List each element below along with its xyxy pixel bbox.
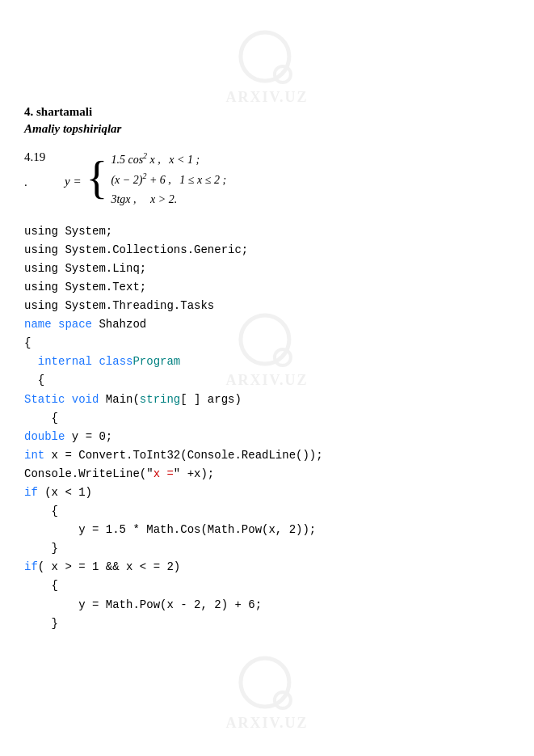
code-line-16: {: [24, 502, 510, 521]
code-line-6: name space Shahzod: [24, 315, 510, 334]
code-line-22: }: [24, 615, 510, 633]
code-line-21: y = Math.Pow(x - 2, 2) + 6;: [24, 596, 510, 615]
code-block: using System; using System.Collections.G…: [24, 222, 510, 633]
formula-equation: y = { 1.5 cos2 x , x < 1 ; (x − 2)2 + 6 …: [65, 147, 226, 209]
svg-point-1: [275, 66, 291, 82]
code-line-7: {: [24, 334, 510, 353]
code-line-3: using System.Linq;: [24, 260, 510, 278]
code-line-9: {: [24, 371, 510, 390]
svg-point-4: [241, 658, 289, 707]
code-line-2: using System.Collections.Generic;: [24, 241, 510, 260]
case-line-1: 1.5 cos2 x , x < 1 ;: [111, 149, 226, 169]
code-line-17: y = 1.5 * Math.Cos(Math.Pow(x, 2));: [24, 521, 510, 539]
code-line-13: int x = Convert.ToInt32(Console.ReadLine…: [24, 446, 510, 465]
code-line-20: {: [24, 577, 510, 595]
code-line-10: Static void Main(string[ ] args): [24, 391, 510, 409]
code-line-11: {: [24, 409, 510, 428]
case-line-2: (x − 2)2 + 6 , 1 ≤ x ≤ 2 ;: [111, 169, 226, 189]
watermark-bottom: ARXIV.UZ: [225, 650, 308, 732]
code-line-12: double y = 0;: [24, 428, 510, 446]
code-line-5: using System.Threading.Tasks: [24, 297, 510, 315]
content-area: 4. shartamali Amaliy topshiriqlar 4.19 ·…: [24, 105, 510, 633]
code-line-19: if( x > = 1 && x < = 2): [24, 558, 510, 577]
code-line-8: internal classProgram: [24, 353, 510, 371]
formula-cases: 1.5 cos2 x , x < 1 ; (x − 2)2 + 6 , 1 ≤ …: [111, 147, 226, 209]
code-line-18: }: [24, 539, 510, 558]
svg-point-5: [275, 692, 291, 708]
code-line-15: if (x < 1): [24, 484, 510, 502]
formula-y: y =: [65, 168, 82, 188]
watermark-top: ARXIV.UZ: [225, 24, 308, 106]
code-line-4: using System.Text;: [24, 278, 510, 297]
code-line-1: using System;: [24, 222, 510, 241]
section-title: 4. shartamali: [24, 105, 510, 119]
case-line-3: 3tgx , x > 2.: [111, 190, 226, 209]
formula-block: 4.19 · y = { 1.5 cos2 x , x < 1 ; (x − 2…: [24, 147, 510, 209]
svg-point-0: [241, 32, 289, 81]
formula-number: 4.19 ·: [24, 147, 65, 192]
code-line-14: Console.WriteLine("x =" +x);: [24, 465, 510, 484]
section-subtitle: Amaliy topshiriqlar: [24, 122, 510, 136]
formula-brace: {: [86, 155, 108, 201]
